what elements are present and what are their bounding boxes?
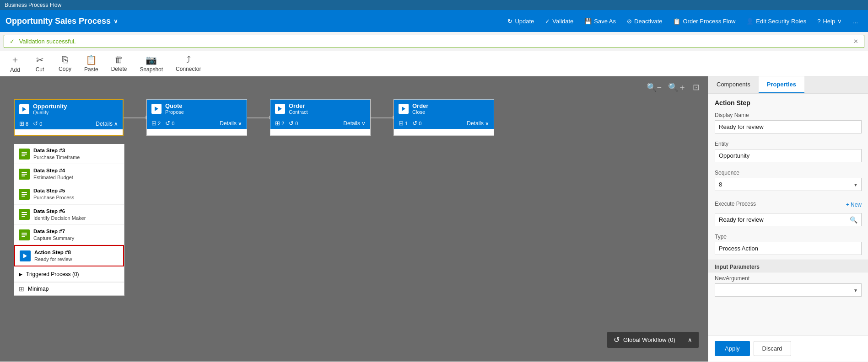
svg-marker-0 <box>22 107 26 112</box>
snapshot-button[interactable]: 📷 Snapshot <box>134 53 168 75</box>
footer-counts-3: ⊞ 2 ↺ 0 <box>275 120 298 127</box>
flow-node-order-close[interactable]: Order Close ⊞ 1 ↺ 0 <box>394 99 494 136</box>
steps-icon-4: ⊞ <box>399 120 404 127</box>
cut-button[interactable]: ✂ Cut <box>28 53 51 75</box>
flow-node-order-contract[interactable]: Order Contract ⊞ 2 ↺ 0 <box>270 99 371 136</box>
data-step-icon-3 <box>19 149 30 160</box>
list-item-step5[interactable]: Data Step #5 Purchase Process <box>14 184 124 204</box>
order-process-flow-icon: 📋 <box>673 18 680 25</box>
svg-rect-14 <box>22 214 27 215</box>
type-label: Type <box>715 234 862 240</box>
svg-rect-4 <box>22 152 27 153</box>
header: Opportunity Sales Process ∨ ↻ Update ✓ V… <box>0 10 868 32</box>
display-name-field: Display Name <box>708 109 868 138</box>
svg-rect-18 <box>22 236 25 237</box>
tab-properties[interactable]: Properties <box>759 76 804 93</box>
conditions-icon-2: ↺ <box>165 120 170 127</box>
conditions-icon-3: ↺ <box>289 120 294 127</box>
flow-node-quote[interactable]: Quote Propose ⊞ 2 ↺ 0 <box>146 99 247 136</box>
list-item-step6[interactable]: Data Step #6 Identify Decision Maker <box>14 205 124 225</box>
update-button[interactable]: ↻ Update <box>503 16 539 27</box>
execute-process-input-wrapper: 🔍 <box>715 213 862 226</box>
data-step-icon-7 <box>19 229 30 240</box>
execute-process-label: Execute Process <box>715 201 756 207</box>
paste-button[interactable]: 📋 Paste <box>79 53 104 75</box>
copy-button[interactable]: ⎘ Copy <box>53 53 77 74</box>
validate-button[interactable]: ✓ Validate <box>540 16 578 27</box>
canvas[interactable]: 🔍− 🔍＋ ⊡ Opportunity Qualify <box>0 76 708 362</box>
validation-close-button[interactable]: ✕ <box>853 38 858 45</box>
section-title: Action Step <box>708 94 868 109</box>
node-step-icon-3 <box>275 104 285 114</box>
connector-label: Connector <box>176 66 201 72</box>
zoom-in-button[interactable]: 🔍＋ <box>666 81 688 94</box>
tab-components[interactable]: Components <box>708 76 759 93</box>
fit-screen-button[interactable]: ⊡ <box>691 81 701 94</box>
add-button[interactable]: ＋ Add <box>4 52 27 75</box>
execute-process-search-button[interactable]: 🔍 <box>846 214 861 225</box>
step6-text: Data Step #6 Identify Decision Maker <box>33 208 86 221</box>
node-footer-order-contract: ⊞ 2 ↺ 0 Details ∨ <box>270 117 370 129</box>
display-name-input[interactable] <box>715 120 862 133</box>
more-button[interactable]: ... <box>848 16 863 27</box>
main-content: 🔍− 🔍＋ ⊡ Opportunity Qualify <box>0 76 868 362</box>
flow-node-opportunity[interactable]: Opportunity Qualify ⊞ 8 ↺ 0 <box>14 99 124 136</box>
global-workflow-bar[interactable]: ↺ Global Workflow (0) ∧ <box>607 332 699 348</box>
new-argument-select[interactable] <box>715 283 862 297</box>
details-button-2[interactable]: Details ∨ <box>220 120 242 127</box>
minimap-row[interactable]: ⊞ Minimap <box>14 282 124 295</box>
footer-buttons: Apply Discard <box>708 335 868 362</box>
triggered-process-row[interactable]: ▸ Triggered Process (0) <box>14 266 124 282</box>
chevron-down-icon[interactable]: ∨ <box>113 18 118 25</box>
details-button-1[interactable]: Details ∧ <box>96 121 118 127</box>
validate-icon: ✓ <box>545 18 550 25</box>
edit-security-roles-button[interactable]: 👤 Edit Security Roles <box>742 16 811 27</box>
list-item-step8[interactable]: Action Step #8 Ready for review <box>14 245 124 266</box>
deactivate-button[interactable]: ⊘ Deactivate <box>622 16 667 27</box>
svg-rect-7 <box>22 172 27 173</box>
conditions-icon: ↺ <box>33 120 38 127</box>
svg-rect-16 <box>22 233 27 234</box>
type-input[interactable] <box>715 242 862 255</box>
global-workflow-label: Global Workflow (0) <box>623 336 675 343</box>
sequence-select-wrapper: 8 <box>715 178 862 191</box>
validation-message: ✓ Validation successful. <box>10 38 76 45</box>
svg-rect-9 <box>22 176 25 176</box>
node-header-quote: Quote Propose <box>147 100 247 117</box>
execute-process-input[interactable] <box>715 213 846 226</box>
new-link[interactable]: + New <box>846 198 862 211</box>
steps-icon-3: ⊞ <box>275 120 280 127</box>
delete-button[interactable]: 🗑 Delete <box>106 53 133 74</box>
conditions-number: 0 <box>39 121 42 127</box>
node-step-icon-4 <box>399 104 409 114</box>
svg-rect-10 <box>22 192 27 193</box>
list-item-step3[interactable]: Data Step #3 Purchase Timeframe <box>14 144 124 164</box>
delete-icon: 🗑 <box>114 54 124 65</box>
details-button-3[interactable]: Details ∨ <box>343 120 366 127</box>
list-item-step4[interactable]: Data Step #4 Estimated Budget <box>14 164 124 184</box>
update-icon: ↻ <box>507 18 512 25</box>
node-title: Opportunity <box>33 103 67 110</box>
order-process-flow-button[interactable]: 📋 Order Process Flow <box>669 16 740 27</box>
node-subtitle-4: Close <box>412 109 428 115</box>
list-item-step7[interactable]: Data Step #7 Capture Summary <box>14 225 124 245</box>
header-title-area: Opportunity Sales Process ∨ <box>5 16 118 26</box>
node-title-area-4: Order Close <box>412 102 428 115</box>
minimap-label: Minimap <box>28 286 49 292</box>
node-title-area-3: Order Contract <box>289 102 308 115</box>
discard-button[interactable]: Discard <box>754 341 791 356</box>
zoom-out-button[interactable]: 🔍− <box>645 81 663 94</box>
connector-button[interactable]: ⤴ Connector <box>170 53 206 74</box>
sequence-select[interactable]: 8 <box>715 178 862 191</box>
triggered-icon: ▸ <box>19 270 22 278</box>
apply-button[interactable]: Apply <box>715 341 750 356</box>
global-workflow-collapse-icon[interactable]: ∧ <box>688 336 692 343</box>
save-as-button[interactable]: 💾 Save As <box>580 16 620 27</box>
svg-rect-8 <box>22 174 27 175</box>
help-button[interactable]: ? Help ∨ <box>813 16 846 27</box>
step5-text: Data Step #5 Purchase Process <box>33 187 74 201</box>
entity-input[interactable] <box>715 149 862 162</box>
deactivate-icon: ⊘ <box>627 18 632 25</box>
input-params-section: Input Parameters <box>708 260 868 272</box>
details-button-4[interactable]: Details ∨ <box>467 120 489 127</box>
